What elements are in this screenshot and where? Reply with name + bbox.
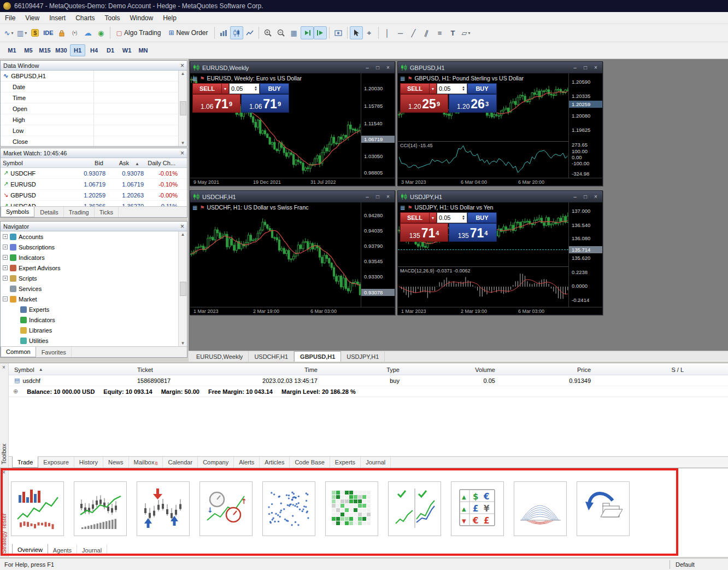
chart-type-icon[interactable]: ∿▾ [2, 26, 15, 39]
maximize-icon[interactable]: □ [582, 65, 589, 71]
navigator-item-market-indicators[interactable]: Indicators [1, 315, 187, 325]
timeframe-m30[interactable]: M30 [54, 44, 69, 56]
timeframe-h1[interactable]: H1 [70, 44, 85, 56]
menu-help[interactable]: Help [158, 12, 181, 24]
zoom-in-icon[interactable] [261, 26, 274, 39]
chart-tab-usdjpy-h1[interactable]: USDJPY,H1 [341, 351, 385, 362]
menu-file[interactable]: File [0, 12, 20, 24]
expand-icon[interactable]: + [3, 265, 8, 270]
algo-trading-button[interactable]: ▢Algo Trading [113, 26, 165, 39]
timeframe-w1[interactable]: W1 [119, 44, 134, 56]
text-tool-icon[interactable]: T [447, 26, 460, 39]
navigator-item-market[interactable]: −Market [1, 294, 187, 304]
chart-window-gbpusd-h1[interactable]: GBPUSD,H1 –□× ▦⚑GBPUSD, H1: Pound Sterli… [397, 61, 603, 186]
bar-chart-icon[interactable] [217, 26, 230, 39]
trendline-tool-icon[interactable]: ╱ [407, 26, 420, 39]
navigator-item-accounts[interactable]: +Accounts [1, 231, 187, 242]
timeframe-h4[interactable]: H4 [86, 44, 102, 56]
trade-position-row[interactable]: ▤usdchf 1586890817 2023.02.03 13:45:17 b… [9, 375, 728, 386]
chart-window-usdchf-h1[interactable]: USDCHF,H1 –□× ▦⚑USDCHF, H1: US Dollar vs… [190, 190, 395, 315]
tester-thumbnail[interactable]: ▲$€▲£¥▼€£ [451, 481, 504, 536]
vps-cloud-icon[interactable]: ☁ [81, 26, 95, 39]
tab-experts[interactable]: Experts [330, 457, 361, 468]
navigator-item-indicators[interactable]: +Indicators [1, 252, 187, 263]
chart-window-usdjpy-h1[interactable]: USDJPY,H1 –□× ▦⚑USDJPY, H1: US Dollar vs… [397, 190, 603, 315]
navigator-item-subscriptions[interactable]: +Subscriptions [1, 242, 187, 252]
expand-icon[interactable]: + [3, 255, 8, 260]
visual-test-icon[interactable] [332, 26, 345, 39]
crosshair-icon[interactable]: ⌖ [363, 26, 376, 39]
scrollbar[interactable]: ▲▼ [178, 231, 187, 346]
tab-trading[interactable]: Trading [64, 207, 95, 217]
expand-icon[interactable]: + [3, 245, 8, 249]
market-watch-row[interactable]: ↘GBPUSD 1.20259 1.20263 -0.00% [1, 190, 187, 201]
close-icon[interactable]: × [180, 149, 184, 157]
minimize-icon[interactable]: – [571, 194, 579, 200]
tester-thumbnail[interactable] [74, 481, 127, 536]
tab-articles[interactable]: Articles [260, 457, 290, 468]
cursor-icon[interactable] [350, 26, 363, 39]
scrollbar[interactable]: ▲▼ [178, 71, 187, 146]
tester-thumbnail[interactable] [388, 481, 441, 536]
horizontal-line-tool-icon[interactable]: ─ [394, 26, 407, 39]
buy-button[interactable]: BUY [467, 212, 497, 223]
fibonacci-tool-icon[interactable]: ≡ [433, 26, 447, 39]
chart-tab-usdchf-h1[interactable]: USDCHF,H1 [249, 351, 294, 362]
maximize-icon[interactable]: □ [582, 194, 589, 200]
menu-tools[interactable]: Tools [100, 12, 125, 24]
market-watch-row[interactable]: ↗USDCHF 0.93078 0.93078 -0.01% [1, 168, 187, 179]
broadcast-icon[interactable]: (•) [68, 26, 81, 39]
market-watch-row[interactable]: ↗USDCAD 1.36266 1.36270 0.11% [1, 201, 187, 206]
close-icon[interactable]: × [384, 194, 392, 200]
ide-button[interactable]: IDE [42, 26, 55, 39]
chart-window-titlebar[interactable]: USDCHF,H1 –□× [190, 191, 395, 202]
menu-window[interactable]: Window [125, 12, 158, 24]
tab-calendar[interactable]: Calendar [163, 457, 198, 468]
sell-price[interactable]: 1.20259 [400, 94, 448, 113]
sell-dropdown-icon[interactable]: ▾ [222, 83, 229, 94]
buy-price[interactable]: 1.20263 [449, 94, 497, 113]
sell-dropdown-icon[interactable]: ▾ [430, 212, 437, 223]
sell-button[interactable]: SELL [192, 83, 222, 94]
toolbox-side-label[interactable]: Toolbox [1, 444, 7, 464]
tab-symbols[interactable]: Symbols [1, 207, 34, 217]
navigator-item-scripts[interactable]: +Scripts [1, 273, 187, 283]
tester-thumbnail[interactable] [514, 481, 567, 536]
chart-window-titlebar[interactable]: USDJPY,H1 –□× [398, 191, 602, 202]
maximize-icon[interactable]: □ [374, 65, 381, 71]
tab-agents[interactable]: Agents [48, 544, 77, 556]
community-icon[interactable]: ◉ [95, 26, 108, 39]
tab-exposure[interactable]: Exposure [38, 457, 74, 468]
candle-chart-icon[interactable] [230, 26, 243, 39]
timeframe-d1[interactable]: D1 [103, 44, 118, 56]
tab-company[interactable]: Company [198, 457, 234, 468]
menu-view[interactable]: View [20, 12, 44, 24]
tab-tester-journal[interactable]: Journal [77, 544, 107, 556]
navigator-item-market-libraries[interactable]: Libraries [1, 325, 187, 335]
lot-size-field[interactable]: 0.05▲▼ [437, 83, 467, 94]
sell-price[interactable]: 135714 [400, 223, 448, 242]
minimize-icon[interactable]: – [571, 65, 579, 71]
tab-code-base[interactable]: Code Base [290, 457, 330, 468]
market-watch-columns[interactable]: Symbol Bid Ask▲ Daily Ch... [1, 158, 187, 168]
vertical-line-tool-icon[interactable]: │ [381, 26, 394, 39]
profile-icon[interactable]: ▥▾ [15, 26, 28, 39]
tab-journal[interactable]: Journal [361, 457, 391, 468]
timeframe-m1[interactable]: M1 [4, 44, 20, 56]
menu-insert[interactable]: Insert [44, 12, 71, 24]
sell-price[interactable]: 1.06719 [192, 94, 240, 113]
chart-window-eurusd-weekly[interactable]: EURUSD,Weekly –□× ▦⚑EURUSD, Weekly: Euro… [190, 61, 395, 186]
line-chart-icon[interactable] [243, 26, 256, 39]
chart-shift-icon[interactable] [314, 26, 327, 39]
tab-common[interactable]: Common [1, 347, 36, 357]
tester-thumbnail[interactable] [11, 481, 64, 536]
chart-window-titlebar[interactable]: GBPUSD,H1 –□× [398, 62, 602, 73]
tab-favorites[interactable]: Favorites [37, 347, 72, 357]
timeframe-m15[interactable]: M15 [37, 44, 52, 56]
padlock-icon[interactable] [55, 26, 68, 39]
sell-button[interactable]: SELL [400, 212, 430, 223]
collapse-icon[interactable]: − [3, 296, 8, 301]
maximize-icon[interactable]: □ [374, 194, 381, 200]
lot-size-field[interactable]: 0.05▲▼ [437, 212, 467, 223]
minimize-icon[interactable]: – [363, 65, 371, 71]
